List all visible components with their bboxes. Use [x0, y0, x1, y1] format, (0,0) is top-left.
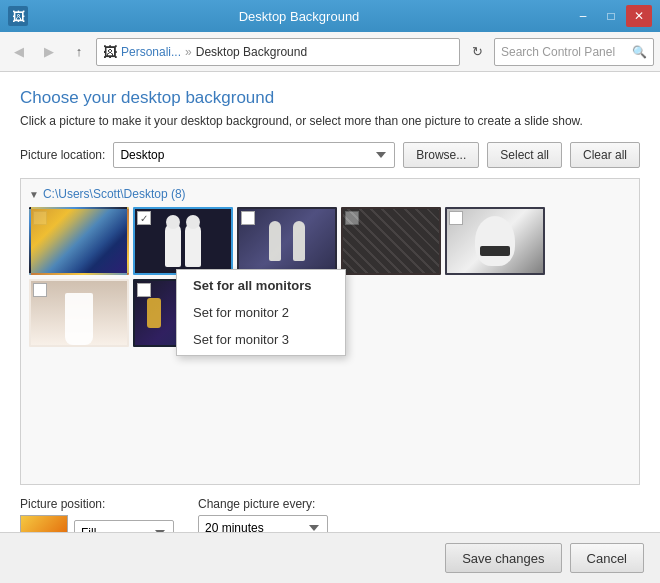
picture-position-label: Picture position:: [20, 497, 174, 511]
thumbnail-6[interactable]: [29, 279, 129, 347]
gallery-path: C:\Users\Scott\Desktop (8): [43, 187, 186, 201]
forward-button[interactable]: ▶: [36, 39, 62, 65]
breadcrumb-current: Desktop Background: [196, 45, 307, 59]
close-button[interactable]: ✕: [626, 5, 652, 27]
gallery-area: ▼ C:\Users\Scott\Desktop (8) ✓: [20, 178, 640, 485]
thumbnail-3[interactable]: [237, 207, 337, 275]
thumb-3-check: [241, 211, 255, 225]
clear-all-button[interactable]: Clear all: [570, 142, 640, 168]
cancel-button[interactable]: Cancel: [570, 543, 644, 573]
navigation-bar: ◀ ▶ ↑ 🖼 Personali... » Desktop Backgroun…: [0, 32, 660, 72]
thumb-2-check: ✓: [137, 211, 151, 225]
context-menu-item-monitor-3[interactable]: Set for monitor 3: [177, 326, 345, 353]
window-title: Desktop Background: [28, 9, 570, 24]
up-button[interactable]: ↑: [66, 39, 92, 65]
gallery-header: ▼ C:\Users\Scott\Desktop (8): [29, 187, 631, 201]
thumb-6-check: [33, 283, 47, 297]
location-label: Picture location:: [20, 148, 105, 162]
main-content: Choose your desktop background Click a p…: [0, 72, 660, 583]
search-bar[interactable]: Search Control Panel 🔍: [494, 38, 654, 66]
location-row: Picture location: Desktop Windows Deskto…: [20, 142, 640, 168]
maximize-button[interactable]: □: [598, 5, 624, 27]
thumbnail-1[interactable]: [29, 207, 129, 275]
context-menu: Set for all monitors Set for monitor 2 S…: [176, 269, 346, 356]
context-menu-item-all-monitors[interactable]: Set for all monitors: [177, 272, 345, 299]
search-icon: 🔍: [632, 45, 647, 59]
app-folder-icon: 🖼: [103, 44, 117, 60]
select-all-button[interactable]: Select all: [487, 142, 562, 168]
thumbnail-2[interactable]: ✓: [133, 207, 233, 275]
address-bar: 🖼 Personali... » Desktop Background: [96, 38, 460, 66]
thumbnail-5[interactable]: [445, 207, 545, 275]
search-placeholder-text: Search Control Panel: [501, 45, 615, 59]
page-subtitle: Click a picture to make it your desktop …: [20, 114, 640, 128]
thumb-7-check: [137, 283, 151, 297]
browse-button[interactable]: Browse...: [403, 142, 479, 168]
back-button[interactable]: ◀: [6, 39, 32, 65]
thumbnail-4[interactable]: [341, 207, 441, 275]
footer: Save changes Cancel: [0, 532, 660, 583]
thumb-5-check: [449, 211, 463, 225]
app-icon: 🖼: [8, 6, 28, 26]
save-changes-button[interactable]: Save changes: [445, 543, 561, 573]
context-menu-item-monitor-2[interactable]: Set for monitor 2: [177, 299, 345, 326]
title-bar: 🖼 Desktop Background – □ ✕: [0, 0, 660, 32]
minimize-button[interactable]: –: [570, 5, 596, 27]
page-title: Choose your desktop background: [20, 88, 640, 108]
refresh-button[interactable]: ↻: [464, 39, 490, 65]
change-picture-label: Change picture every:: [198, 497, 328, 511]
location-select[interactable]: Desktop Windows Desktop Backgrounds Pict…: [113, 142, 395, 168]
breadcrumb-root[interactable]: Personali...: [121, 45, 181, 59]
breadcrumb-separator: »: [185, 45, 192, 59]
window-controls: – □ ✕: [570, 5, 652, 27]
expand-icon: ▼: [29, 189, 39, 200]
